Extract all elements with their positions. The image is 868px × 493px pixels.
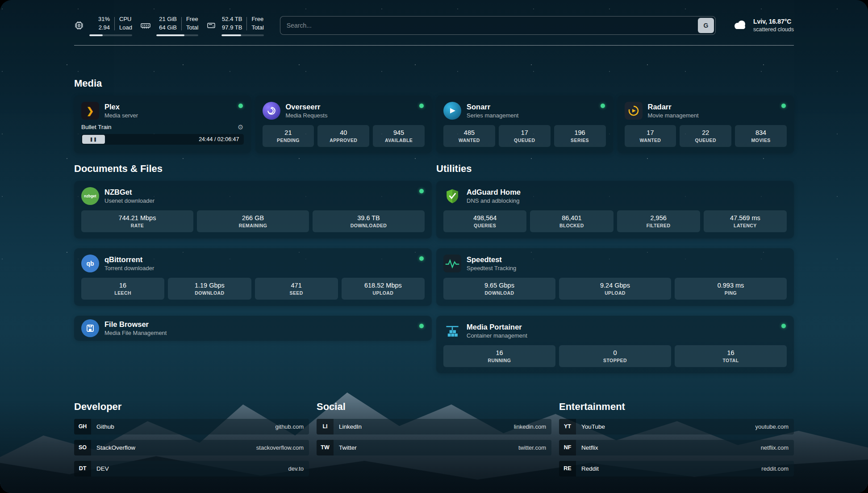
ram-total-value: 64 GiB — [159, 24, 177, 32]
search-input[interactable] — [287, 22, 698, 29]
app-name: Radarr — [648, 102, 699, 112]
section-title-media: Media — [74, 78, 794, 89]
dashboard: 31% 2.94 CPU Load — [0, 0, 868, 493]
app-card-filebrowser[interactable]: File Browser Media File Management — [74, 316, 432, 341]
playback-progress-bar[interactable]: ❚❚ 24:44 / 02:06:47 — [81, 134, 244, 145]
section-title-entertainment: Entertainment — [559, 401, 794, 413]
gear-icon[interactable]: ⚙ — [238, 123, 243, 131]
stat-stopped: 0 STOPPED — [559, 345, 671, 367]
stat-download: 9.65 Gbps DOWNLOAD — [443, 278, 555, 300]
cpu-load-label: Load — [119, 24, 132, 32]
bookmark-url: dev.to — [288, 465, 304, 472]
app-card-overseerr[interactable]: Overseerr Media Requests 21 PENDING 40 A… — [255, 96, 432, 153]
overseerr-icon — [263, 102, 280, 120]
portainer-icon — [443, 322, 461, 340]
stats-row: 21 PENDING 40 APPROVED 945 AVAILABLE — [263, 125, 425, 147]
app-name: File Browser — [104, 319, 167, 329]
content: 31% 2.94 CPU Load — [0, 0, 868, 493]
app-name: Media Portainer — [467, 322, 527, 332]
nzbget-icon: nzbget — [81, 187, 99, 205]
app-card-speedtest[interactable]: Speedtest Speedtest Tracking 9.65 Gbps D… — [436, 248, 794, 306]
search-bar: G — [280, 16, 716, 35]
disk-metric: 52.4 TB 97.9 TB Free Total — [206, 15, 263, 36]
speedtest-icon — [443, 255, 461, 272]
stats-row: 744.21 Mbps RATE 266 GB REMAINING 39.6 T… — [81, 210, 425, 232]
disk-free-label: Free — [251, 15, 263, 24]
app-card-qbittorrent[interactable]: qb qBittorrent Torrent downloader 16 LEE… — [74, 248, 432, 306]
bookmark-url: netflix.com — [761, 444, 789, 451]
bookmark-url: github.com — [275, 423, 304, 430]
ram-metric-body: 21 GiB 64 GiB Free Total — [156, 15, 198, 36]
divider — [246, 17, 247, 30]
app-card-plex[interactable]: ❯ Plex Media server Bullet Train ⚙ ❚❚ 24… — [74, 96, 251, 153]
status-indicator — [238, 104, 243, 108]
bookmark-linkedin[interactable]: LI LinkedIn linkedin.com — [317, 419, 551, 435]
bookmarks-grid: Developer GH Github github.com SO StackO… — [74, 373, 794, 476]
stat-remaining: 266 GB REMAINING — [197, 210, 309, 232]
app-subtitle: Media File Management — [104, 329, 167, 337]
stat-ping: 0.993 ms PING — [675, 278, 787, 300]
search-engine-button[interactable]: G — [698, 18, 714, 33]
filebrowser-icon — [81, 319, 99, 337]
ram-progress-fill — [156, 34, 184, 36]
disk-metric-body: 52.4 TB 97.9 TB Free Total — [221, 15, 263, 36]
stat-queued: 17 QUEUED — [499, 125, 551, 147]
bookmark-abbr: LI — [317, 419, 334, 435]
stat-rate: 744.21 Mbps RATE — [81, 210, 193, 232]
plex-icon: ❯ — [81, 102, 99, 120]
app-card-portainer[interactable]: Media Portainer Container management 16 … — [436, 316, 794, 373]
app-subtitle: Usenet downloader — [104, 197, 154, 205]
stat-movies: 834 MOVIES — [735, 125, 787, 147]
stat-blocked: 86,401 BLOCKED — [530, 210, 613, 232]
stats-row: 485 WANTED 17 QUEUED 196 SERIES — [443, 125, 606, 147]
weather-condition: scattered clouds — [753, 26, 794, 34]
app-card-sonarr[interactable]: Sonarr Series management 485 WANTED 17 Q… — [436, 96, 613, 153]
stat-download: 1.19 Gbps DOWNLOAD — [168, 278, 251, 300]
app-name: Plex — [104, 102, 138, 112]
app-name: Sonarr — [467, 102, 518, 112]
playback-time: 24:44 / 02:06:47 — [199, 134, 239, 145]
bookmark-name: DEV — [96, 465, 283, 472]
bookmark-name: Reddit — [581, 465, 756, 472]
bookmark-url: reddit.com — [761, 465, 789, 472]
bookmark-name: StackOverflow — [96, 444, 251, 451]
stat-latency: 47.569 ms LATENCY — [704, 210, 787, 232]
stat-total: 16 TOTAL — [675, 345, 787, 367]
bookmark-name: Twitter — [339, 444, 513, 451]
bookmark-youtube[interactable]: YT YouTube youtube.com — [559, 419, 794, 435]
stat-wanted: 17 WANTED — [625, 125, 676, 147]
pause-button[interactable]: ❚❚ — [82, 135, 105, 144]
app-name: NZBGet — [104, 187, 154, 197]
ram-free-value: 21 GiB — [159, 15, 177, 24]
cpu-icon — [74, 21, 84, 30]
app-name: qBittorrent — [104, 255, 154, 264]
stat-approved: 40 APPROVED — [317, 125, 369, 147]
section-title-social: Social — [317, 401, 551, 413]
bookmark-reddit[interactable]: RE Reddit reddit.com — [559, 461, 794, 476]
stat-upload: 618.52 Mbps UPLOAD — [342, 278, 425, 300]
bookmark-netflix[interactable]: NF Netflix netflix.com — [559, 440, 794, 455]
disk-total-value: 97.9 TB — [222, 24, 242, 32]
bookmark-stackoverflow[interactable]: SO StackOverflow stackoverflow.com — [74, 440, 309, 455]
app-subtitle: Torrent downloader — [104, 264, 154, 272]
disk-free-value: 52.4 TB — [222, 15, 242, 24]
stat-filtered: 2,956 FILTERED — [617, 210, 700, 232]
qbittorrent-icon: qb — [81, 255, 99, 272]
bookmark-twitter[interactable]: TW Twitter twitter.com — [317, 440, 551, 455]
cpu-load-value: 2.94 — [99, 24, 110, 32]
weather-widget: Lviv, 16.87°C scattered clouds — [732, 17, 794, 34]
cpu-metric: 31% 2.94 CPU Load — [74, 15, 132, 36]
stat-pending: 21 PENDING — [263, 125, 314, 147]
bookmark-dev[interactable]: DT DEV dev.to — [74, 461, 309, 476]
bookmark-abbr: TW — [317, 440, 334, 455]
bookmark-abbr: YT — [559, 419, 576, 435]
now-playing-row: Bullet Train ⚙ — [81, 123, 244, 131]
status-indicator — [419, 104, 424, 108]
app-card-radarr[interactable]: Radarr Movie management 17 WANTED 22 QUE… — [618, 96, 794, 153]
stat-upload: 9.24 Gbps UPLOAD — [559, 278, 671, 300]
app-card-adguard[interactable]: AdGuard Home DNS and adblocking 498,564 … — [436, 181, 794, 238]
app-card-nzbget[interactable]: nzbget NZBGet Usenet downloader 744.21 M… — [74, 181, 432, 238]
media-grid: ❯ Plex Media server Bullet Train ⚙ ❚❚ 24… — [74, 96, 794, 153]
bookmark-github[interactable]: GH Github github.com — [74, 419, 309, 435]
status-indicator — [601, 104, 605, 108]
